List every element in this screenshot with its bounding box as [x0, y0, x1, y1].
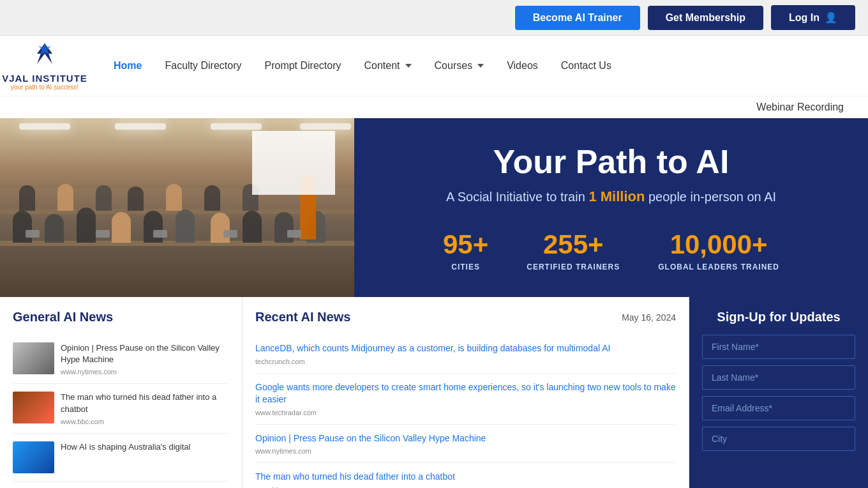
nav-row-1: VJAL INSTITUTE your path to AI success! … [0, 36, 868, 96]
login-label: Log In [789, 12, 819, 24]
recent-headline-4[interactable]: The man who turned his dead father into … [255, 471, 676, 484]
hero-stats: 95+ CITIES 255+ CERTIFIED TRAINERS 10,00… [443, 229, 779, 271]
get-membership-button[interactable]: Get Membership [648, 6, 763, 30]
hero-subtitle-highlight: 1 Million [588, 188, 645, 204]
recent-headline-3[interactable]: Opinion | Press Pause on the Silicon Val… [255, 432, 676, 445]
recent-news-item-1[interactable]: LanceDB, which counts Midjourney as a cu… [255, 335, 676, 374]
recent-headline-1[interactable]: LanceDB, which counts Midjourney as a cu… [255, 342, 676, 355]
news-headline-1: Opinion | Press Pause on the Silicon Val… [61, 342, 229, 365]
city-input[interactable] [702, 427, 855, 451]
news-text-3: How AI is shaping Australia's digital [61, 441, 190, 455]
hero-content: Your Path to AI A Social Initiative to t… [354, 118, 868, 297]
nav-webinar-recording[interactable]: Webinar Recording [745, 96, 855, 118]
news-source-2: www.bbc.com [61, 418, 229, 425]
nav-content[interactable]: Content [353, 41, 423, 91]
news-thumb-2 [13, 392, 54, 423]
general-news-item-3[interactable]: How AI is shaping Australia's digital [13, 434, 229, 482]
courses-dropdown-icon [477, 64, 484, 68]
navigation-wrapper: VJAL INSTITUTE your path to AI success! … [0, 36, 868, 118]
trainers-label: CERTIFIED TRAINERS [527, 263, 620, 271]
hero-subtitle-suffix: people in-person on AI [645, 190, 776, 204]
content-dropdown-icon [405, 64, 412, 68]
nav-links: Home Faculty Directory Prompt Directory … [102, 36, 868, 96]
nav-videos[interactable]: Videos [495, 41, 550, 91]
hero-stat-trainers: 255+ CERTIFIED TRAINERS [527, 229, 620, 271]
news-text-2: The man who turned his dead father into … [61, 392, 229, 425]
recent-source-1: techcrunch.com [255, 358, 676, 365]
news-headline-2: The man who turned his dead father into … [61, 392, 229, 415]
news-thumb-3 [13, 441, 54, 473]
recent-news-item-4[interactable]: The man who turned his dead father into … [255, 463, 676, 488]
cities-label: CITIES [443, 263, 488, 271]
logo-name: VJAL INSTITUTE [2, 73, 87, 84]
news-section: General AI News Opinion | Press Pause on… [0, 297, 868, 488]
first-name-input[interactable] [702, 335, 855, 359]
leaders-label: GLOBAL LEADERS TRAINED [658, 263, 779, 271]
signup-title: Sign-Up for Updates [702, 310, 855, 324]
leaders-number: 10,000+ [658, 229, 779, 260]
nav-prompt-directory[interactable]: Prompt Directory [253, 41, 352, 91]
nav-row-2: Webinar Recording [0, 96, 868, 118]
nav-courses[interactable]: Courses [423, 41, 496, 91]
classroom-sim [0, 118, 354, 297]
nav-faculty-directory[interactable]: Faculty Directory [153, 41, 253, 91]
courses-label: Courses [435, 60, 473, 72]
content-label: Content [364, 60, 400, 72]
recent-news-date: May 16, 2024 [622, 312, 676, 323]
news-text-1: Opinion | Press Pause on the Silicon Val… [61, 342, 229, 376]
signup-panel: Sign-Up for Updates [689, 297, 868, 488]
general-news-item-1[interactable]: Opinion | Press Pause on the Silicon Val… [13, 335, 229, 384]
general-news-title: General AI News [13, 310, 229, 324]
tagline-prefix: your path to [11, 84, 46, 91]
email-input[interactable] [702, 396, 855, 420]
user-icon: 👤 [825, 11, 837, 24]
hero-subtitle-prefix: A Social Initiative to train [446, 190, 588, 204]
news-headline-3: How AI is shaping Australia's digital [61, 441, 190, 453]
tagline-ai: AI [46, 84, 52, 91]
recent-news-item-2[interactable]: Google wants more developers to create s… [255, 374, 676, 425]
login-button[interactable]: Log In 👤 [771, 5, 855, 30]
general-news-panel: General AI News Opinion | Press Pause on… [0, 297, 243, 488]
logo-area[interactable]: VJAL INSTITUTE your path to AI success! [0, 36, 102, 96]
recent-news-panel: Recent AI News May 16, 2024 LanceDB, whi… [243, 297, 689, 488]
hero-stat-cities: 95+ CITIES [443, 229, 488, 271]
last-name-input[interactable] [702, 365, 855, 390]
nav-home[interactable]: Home [102, 41, 153, 91]
recent-news-item-3[interactable]: Opinion | Press Pause on the Silicon Val… [255, 425, 676, 464]
hero-title: Your Path to AI [493, 144, 730, 180]
recent-source-2: www.techradar.com [255, 409, 676, 416]
vjal-logo-icon [32, 41, 57, 73]
recent-headline-2[interactable]: Google wants more developers to create s… [255, 381, 676, 406]
header-top-bar: Become AI Trainer Get Membership Log In … [0, 0, 868, 36]
cities-number: 95+ [443, 229, 488, 260]
news-thumb-1 [13, 342, 54, 374]
hero-subtitle: A Social Initiative to train 1 Million p… [446, 188, 776, 205]
hero-stat-leaders: 10,000+ GLOBAL LEADERS TRAINED [658, 229, 779, 271]
recent-news-title: Recent AI News [255, 310, 350, 324]
hero-classroom-image [0, 118, 354, 297]
become-trainer-button[interactable]: Become AI Trainer [515, 6, 640, 30]
hero-section: Your Path to AI A Social Initiative to t… [0, 118, 868, 297]
news-source-1: www.nytimes.com [61, 368, 229, 376]
recent-source-3: www.nytimes.com [255, 447, 676, 455]
logo-tagline: your path to AI success! [11, 84, 79, 91]
trainers-number: 255+ [527, 229, 620, 260]
tagline-suffix: success! [52, 84, 79, 91]
nav-contact-us[interactable]: Contact Us [550, 41, 623, 91]
general-news-item-2[interactable]: The man who turned his dead father into … [13, 384, 229, 433]
recent-news-header: Recent AI News May 16, 2024 [255, 310, 676, 324]
